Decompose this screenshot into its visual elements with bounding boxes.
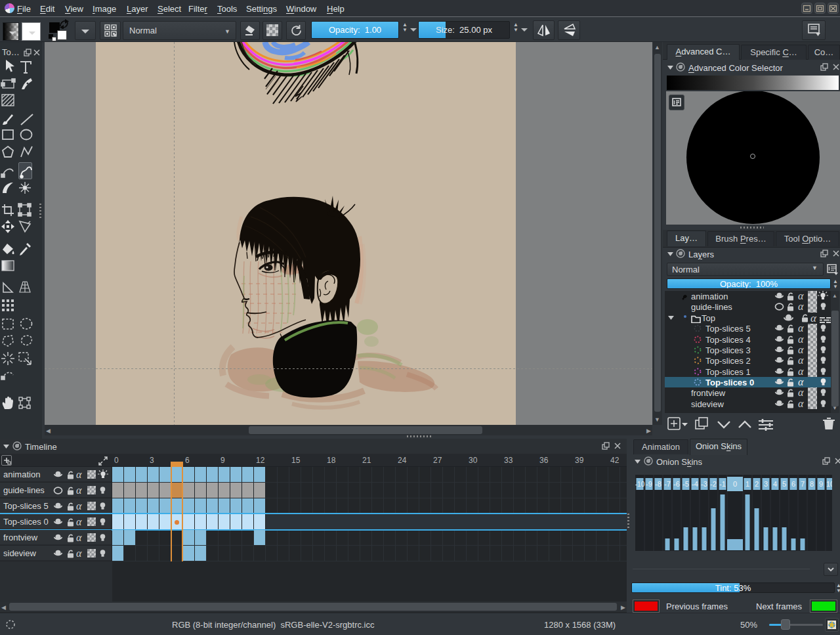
svg-text:-2: -2 (710, 480, 717, 488)
svg-text:-6: -6 (673, 480, 680, 488)
svg-text:-4: -4 (692, 480, 698, 488)
svg-text:8: 8 (810, 480, 814, 488)
svg-text:-1: -1 (719, 480, 726, 488)
svg-text:9: 9 (819, 480, 823, 488)
svg-text:-10: -10 (635, 481, 645, 488)
svg-text:0: 0 (733, 480, 737, 488)
svg-text:7: 7 (801, 480, 805, 488)
svg-text:-7: -7 (664, 480, 671, 488)
svg-text:-8: -8 (655, 480, 662, 488)
svg-text:4: 4 (773, 480, 777, 488)
svg-text:-3: -3 (701, 480, 707, 488)
svg-text:5: 5 (782, 480, 786, 488)
svg-text:6: 6 (791, 480, 795, 488)
svg-text:-9: -9 (646, 480, 652, 488)
svg-text:-5: -5 (682, 480, 689, 488)
svg-text:1: 1 (746, 480, 749, 488)
svg-text:2: 2 (755, 480, 759, 488)
svg-text:10: 10 (826, 480, 832, 488)
svg-text:3: 3 (764, 480, 768, 488)
